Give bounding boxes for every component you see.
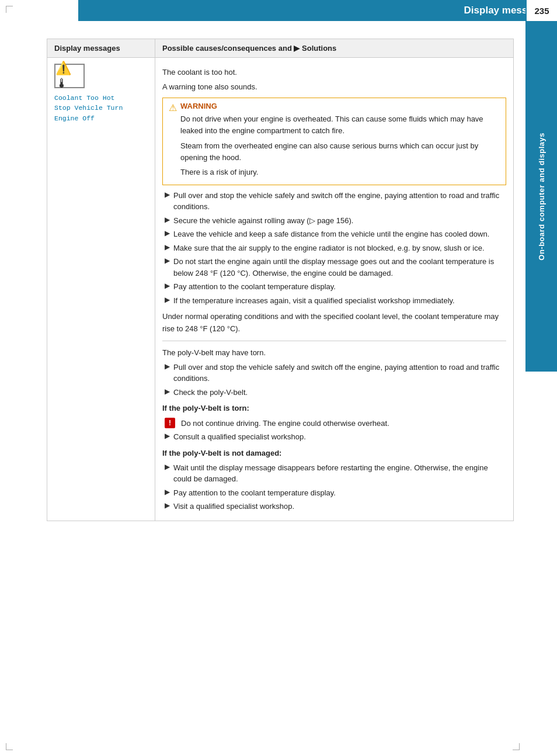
- if-not-damaged-title: If the poly-V-belt is not damaged:: [162, 448, 506, 459]
- bullet-10: ▶ Consult a qualified specialist worksho…: [162, 431, 506, 443]
- arrow-icon-11: ▶: [165, 463, 170, 471]
- bullet-1: ▶ Pull over and stop the vehicle safely …: [162, 190, 506, 213]
- page-number: 235: [525, 0, 557, 21]
- table-row-main: ⚠️🌡 Coolant Too Hot Stop Vehicle Turn En…: [47, 58, 514, 521]
- arrow-icon-6: ▶: [165, 282, 170, 290]
- warning-para-1: Do not drive when your engine is overhea…: [180, 113, 500, 137]
- notice-icon: !: [165, 418, 175, 428]
- warning-para-2: Steam from the overheated engine can als…: [180, 140, 500, 164]
- coolant-icon-box: ⚠️🌡: [54, 64, 85, 88]
- col-header-causes: Possible causes/consequences and ▶ Solut…: [155, 39, 514, 58]
- bullet-12: ▶ Pay attention to the coolant temperatu…: [162, 487, 506, 499]
- arrow-icon-7: ▶: [165, 296, 170, 304]
- side-tab-label: On-board computer and displays: [537, 133, 546, 261]
- para-poly-v-belt: The poly-V-belt may have torn.: [162, 347, 506, 359]
- display-message-cell: ⚠️🌡 Coolant Too Hot Stop Vehicle Turn En…: [47, 58, 155, 521]
- display-line-3: Engine Off: [54, 113, 148, 123]
- bullet-text-3: Leave the vehicle and keep a safe distan…: [173, 228, 506, 240]
- warning-triangle-icon: ⚠: [169, 102, 177, 113]
- arrow-icon-2: ▶: [165, 216, 170, 224]
- display-line-1: Coolant Too Hot: [54, 93, 148, 103]
- bullet-13: ▶ Visit a qualified specialist workshop.: [162, 501, 506, 512]
- corner-mark-tl: [6, 6, 13, 13]
- bullet-4: ▶ Make sure that the air supply to the e…: [162, 242, 506, 254]
- bullet-text-12: Pay attention to the coolant temperature…: [173, 487, 506, 499]
- bullet-text-1: Pull over and stop the vehicle safely an…: [173, 190, 506, 213]
- bullet-6: ▶ Pay attention to the coolant temperatu…: [162, 281, 506, 293]
- bullet-text-13: Visit a qualified specialist workshop.: [173, 501, 506, 512]
- section-divider-1: [162, 341, 506, 341]
- bullet-7: ▶ If the temperature increases again, vi…: [162, 295, 506, 307]
- bullet-text-7: If the temperature increases again, visi…: [173, 295, 506, 307]
- arrow-icon-9: ▶: [165, 387, 170, 396]
- para-normal-conditions: Under normal operating conditions and wi…: [162, 311, 506, 334]
- bullet-8: ▶ Pull over and stop the vehicle safely …: [162, 362, 506, 384]
- arrow-icon-5: ▶: [165, 256, 170, 265]
- warning-para-3: There is a risk of injury.: [180, 167, 500, 178]
- main-content: Display messages Possible causes/consequ…: [0, 21, 525, 533]
- if-torn-title: If the poly-V-belt is torn:: [162, 403, 506, 414]
- arrow-icon-12: ▶: [165, 488, 170, 496]
- corner-mark-bl: [6, 743, 13, 750]
- bullet-text-8: Pull over and stop the vehicle safely an…: [173, 362, 506, 384]
- bullet-text-11: Wait until the display message disappear…: [173, 462, 506, 485]
- notice-item: ! Do not continue driving. The engine co…: [162, 418, 506, 429]
- bullet-text-6: Pay attention to the coolant temperature…: [173, 281, 506, 293]
- arrow-icon-10: ▶: [165, 432, 170, 440]
- bullet-3: ▶ Leave the vehicle and keep a safe dist…: [162, 228, 506, 240]
- warning-content: WARNING Do not drive when your engine is…: [180, 102, 500, 181]
- bullet-5: ▶ Do not start the engine again until th…: [162, 256, 506, 279]
- display-msg-text: Coolant Too Hot Stop Vehicle Turn Engine…: [54, 93, 148, 123]
- col-header-display: Display messages: [47, 39, 155, 58]
- para-coolant-hot: The coolant is too hot.: [162, 67, 506, 78]
- arrow-icon-3: ▶: [165, 229, 170, 237]
- bullet-11: ▶ Wait until the display message disappe…: [162, 462, 506, 485]
- bullet-text-10: Consult a qualified specialist workshop.: [173, 431, 506, 443]
- bullet-9: ▶ Check the poly-V-belt.: [162, 387, 506, 398]
- bullet-text-2: Secure the vehicle against rolling away …: [173, 215, 506, 227]
- arrow-icon-13: ▶: [165, 501, 170, 509]
- coolant-too-hot-icon: ⚠️🌡: [55, 61, 83, 91]
- side-tab: On-board computer and displays: [525, 21, 557, 372]
- causes-cell: The coolant is too hot. A warning tone a…: [155, 58, 514, 521]
- header-bar: Display messages 235: [78, 0, 557, 21]
- warning-box: ⚠ WARNING Do not drive when your engine …: [162, 98, 506, 185]
- bullet-text-9: Check the poly-V-belt.: [173, 387, 506, 398]
- bullet-2: ▶ Secure the vehicle against rolling awa…: [162, 215, 506, 227]
- arrow-icon-1: ▶: [165, 190, 170, 199]
- bullet-text-5: Do not start the engine again until the …: [173, 256, 506, 279]
- main-table: Display messages Possible causes/consequ…: [47, 39, 514, 521]
- arrow-icon-8: ▶: [165, 362, 170, 370]
- bullet-text-4: Make sure that the air supply to the eng…: [173, 242, 506, 254]
- arrow-icon-4: ▶: [165, 243, 170, 251]
- corner-mark-br: [513, 743, 520, 750]
- warning-title: WARNING: [180, 102, 500, 110]
- notice-text: Do not continue driving. The engine coul…: [181, 418, 506, 429]
- para-warning-tone: A warning tone also sounds.: [162, 81, 506, 93]
- display-line-2: Stop Vehicle Turn: [54, 103, 148, 113]
